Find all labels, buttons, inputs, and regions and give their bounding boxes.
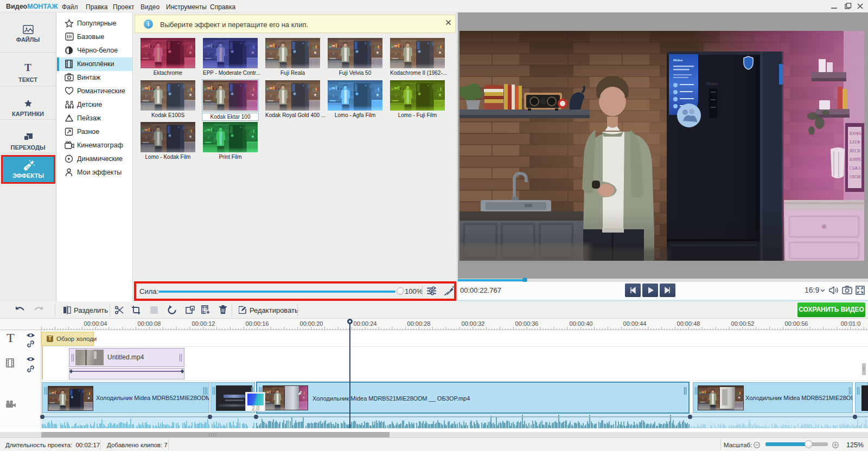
svg-text:Ю0ФЬ: Ю0ФЬ	[850, 131, 861, 136]
svg-text:ЯЕСВ: ЯЕСВ	[850, 149, 860, 153]
svg-text:Midea: Midea	[673, 59, 683, 62]
svg-text:ОНЭЯ: ОНЭЯ	[850, 175, 860, 179]
svg-text:БАТФ: БАТФ	[850, 140, 860, 145]
svg-text:ЮИРБ: ЮИРБ	[850, 157, 861, 162]
svg-text:Midea: Midea	[706, 81, 717, 86]
svg-text:СЬЖА: СЬЖА	[850, 166, 861, 171]
